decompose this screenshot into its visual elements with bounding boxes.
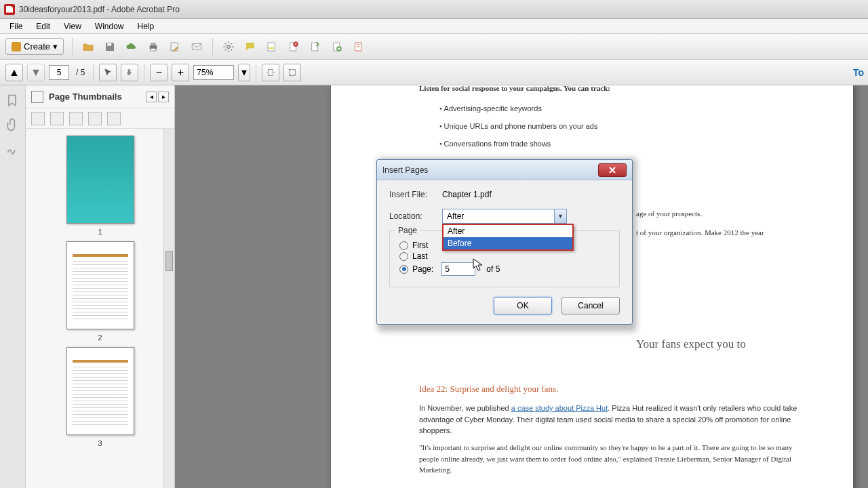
svg-rect-2: [151, 43, 156, 45]
radio-last-row[interactable]: Last: [399, 251, 610, 261]
thumbnail-2[interactable]: 2: [66, 241, 134, 342]
menu-edit[interactable]: Edit: [29, 20, 57, 33]
doc-paragraph: "It's important to surprise and delight …: [419, 442, 806, 476]
gear-icon[interactable]: [221, 39, 236, 54]
radio-last-label: Last: [412, 251, 428, 261]
print-icon[interactable]: [146, 39, 161, 54]
doc-heading: Idea 22: Surprise and delight your fans.: [419, 382, 558, 396]
toolbar-main: Create ▾: [0, 34, 868, 60]
menu-view[interactable]: View: [57, 20, 88, 33]
menu-help[interactable]: Help: [131, 20, 161, 33]
dialog-titlebar[interactable]: Insert Pages: [377, 160, 632, 180]
open-icon[interactable]: [81, 39, 96, 54]
location-label: Location:: [389, 211, 433, 221]
thumb-tool-4[interactable]: [88, 112, 102, 125]
dialog-title: Insert Pages: [382, 165, 428, 175]
cancel-button[interactable]: Cancel: [561, 297, 620, 314]
create-button[interactable]: Create ▾: [5, 38, 64, 55]
insert-file-label: Insert File:: [389, 190, 433, 199]
zoom-in-button[interactable]: +: [172, 64, 189, 81]
doc-bullet: • Advertising-specific keywords: [439, 103, 542, 115]
select-tool-icon[interactable]: [99, 64, 117, 81]
location-dropdown: After Before: [442, 224, 574, 251]
thumb-tool-3[interactable]: [69, 112, 83, 125]
thumbnail-img: [66, 241, 134, 329]
extract-page-icon[interactable]: [308, 39, 323, 54]
save-icon[interactable]: [102, 39, 117, 54]
thumbnails-panel: Page Thumbnails ◂ ▸ 1 2 3: [26, 85, 175, 488]
ok-button[interactable]: OK: [494, 297, 552, 314]
close-button[interactable]: [598, 163, 627, 177]
chevron-down-icon[interactable]: ▼: [554, 209, 566, 223]
thumbnails-scrollbar[interactable]: [163, 129, 174, 488]
thumbnails-header: Page Thumbnails ◂ ▸: [26, 85, 174, 108]
thumbnail-img: [66, 347, 134, 435]
thumbnail-num: 2: [66, 333, 134, 342]
location-select[interactable]: ▼ After Before: [442, 209, 567, 224]
thumb-tool-1[interactable]: [31, 112, 45, 125]
doc-link[interactable]: a case study about Pizza Hut: [511, 404, 608, 412]
zoom-out-button[interactable]: −: [150, 64, 167, 81]
thumbnail-3[interactable]: 3: [66, 347, 134, 447]
menu-window[interactable]: Window: [88, 20, 131, 33]
scrollbar-handle[interactable]: [165, 251, 173, 271]
thumb-tool-2[interactable]: [50, 112, 64, 125]
doc-text: t of your organization. Make 2012 the ye…: [636, 227, 764, 239]
thumb-tool-5[interactable]: [107, 112, 121, 125]
highlight-icon[interactable]: [264, 39, 279, 54]
page-number-input[interactable]: [49, 65, 69, 80]
chevron-down-icon: ▾: [53, 41, 58, 52]
menubar: File Edit View Window Help: [0, 19, 868, 34]
mail-icon[interactable]: [189, 39, 204, 54]
thumbnail-img: [66, 136, 134, 224]
location-option-before[interactable]: Before: [443, 237, 572, 249]
radio-first-label: First: [412, 241, 428, 250]
thumbnails-icon: [31, 91, 43, 103]
doc-text: age of your prospects.: [636, 208, 702, 220]
svg-rect-0: [107, 43, 111, 45]
insert-file-value: Chapter 1.pdf: [442, 190, 492, 199]
zoom-dropdown-button[interactable]: ▾: [238, 64, 250, 81]
radio-page-row[interactable]: Page: of 5: [399, 262, 610, 276]
radio-last[interactable]: [399, 252, 408, 261]
hand-tool-icon[interactable]: [121, 64, 138, 81]
menu-file[interactable]: File: [3, 20, 29, 33]
thumbs-next-icon[interactable]: ▸: [158, 92, 169, 102]
thumbnails-list: 1 2 3: [26, 129, 174, 488]
page-down-button[interactable]: ▼: [27, 64, 45, 81]
thumbnail-num: 1: [66, 228, 134, 236]
zoom-select[interactable]: [193, 65, 234, 80]
comment-icon[interactable]: [243, 39, 258, 54]
insert-page-icon[interactable]: [330, 39, 344, 54]
thumbnails-toolbar: [26, 108, 174, 129]
bookmark-icon[interactable]: [5, 94, 20, 108]
edit-icon[interactable]: [167, 39, 182, 54]
thumbnail-num: 3: [66, 439, 134, 447]
replace-page-icon[interactable]: [351, 39, 366, 54]
signatures-icon[interactable]: [5, 142, 20, 157]
doc-paragraph: In November, we published a case study a…: [419, 403, 799, 436]
page-up-button[interactable]: ▲: [5, 64, 23, 81]
location-input[interactable]: [442, 209, 567, 224]
page-of-label: of 5: [486, 264, 500, 274]
delete-page-icon[interactable]: [286, 39, 301, 54]
attachments-icon[interactable]: [5, 118, 20, 133]
cloud-icon[interactable]: [124, 39, 139, 54]
thumbs-prev-icon[interactable]: ◂: [146, 92, 157, 102]
svg-rect-8: [269, 47, 275, 48]
titlebar: 30ideasforyour2013.pdf - Adobe Acrobat P…: [0, 0, 868, 19]
page-value-input[interactable]: [441, 262, 475, 276]
toolbar-nav: ▲ ▼ / 5 − + ▾ To: [0, 60, 868, 85]
sidebar-rail: [0, 85, 26, 488]
svg-rect-7: [268, 43, 275, 51]
close-icon: [608, 166, 616, 174]
radio-first[interactable]: [399, 241, 408, 250]
fit-width-icon[interactable]: [262, 64, 279, 81]
thumbnail-1[interactable]: 1: [66, 136, 134, 236]
doc-bullet: • Unique URLs and phone numbers on your …: [439, 121, 597, 133]
fit-page-icon[interactable]: [283, 64, 301, 81]
doc-text: Your fans expect you to: [636, 335, 746, 353]
insert-pages-dialog: Insert Pages Insert File: Chapter 1.pdf …: [376, 159, 633, 325]
location-option-after[interactable]: After: [443, 225, 572, 237]
radio-page[interactable]: [399, 265, 408, 274]
